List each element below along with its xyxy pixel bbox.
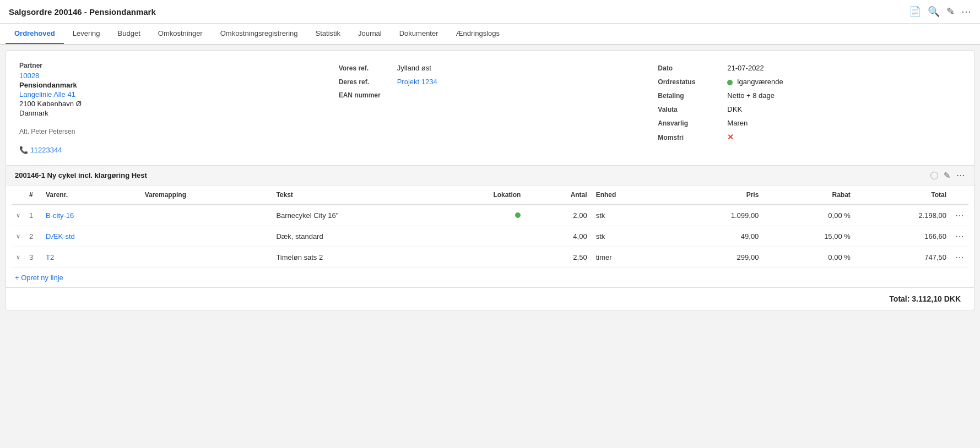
document-icon[interactable]: 📄 <box>909 6 921 18</box>
row-enhed: stk <box>592 205 668 226</box>
row-chevron[interactable]: ∨ <box>12 205 25 226</box>
row-tekst: Timeløn sats 2 <box>272 247 448 268</box>
col-num: # <box>25 185 41 205</box>
betaling-label: Betaling <box>658 92 718 100</box>
row-num: 3 <box>25 247 41 268</box>
ean-row: EAN nummer <box>339 91 642 100</box>
deres-ref-label: Deres ref. <box>339 78 388 86</box>
partner-id[interactable]: 10028 <box>19 72 322 80</box>
valuta-row: Valuta DKK <box>658 105 961 114</box>
row-varenr[interactable]: B-city-16 <box>41 205 140 226</box>
add-line-button[interactable]: + Opret ny linje <box>15 274 63 282</box>
phone-icon: 📞 <box>19 146 28 154</box>
row-enhed: timer <box>592 247 668 268</box>
row-varemapping <box>140 226 272 247</box>
row-varemapping <box>140 247 272 268</box>
partner-address2: 2100 København Ø <box>19 100 322 108</box>
row-tekst: Barnecykel City 16" <box>272 205 448 226</box>
partner-att: Att. Peter Petersen <box>19 128 322 135</box>
sub-section-title: 200146-1 Ny cykel incl. klargøring Hest <box>15 171 147 179</box>
tab-omkostninger[interactable]: Omkostninger <box>149 24 212 44</box>
table-header-row: # Varenr. Varemapping Tekst Lokation Ant… <box>12 185 968 205</box>
status-dot <box>727 80 733 85</box>
betaling-value: Netto + 8 dage <box>727 91 775 100</box>
row-varenr[interactable]: T2 <box>41 247 140 268</box>
more-sub-icon[interactable]: ⋯ <box>956 170 965 181</box>
title-bar-icons: 📄 🔍 ✎ ⋯ <box>909 6 971 18</box>
tab-ordrehoved[interactable]: Ordrehoved <box>6 24 64 44</box>
partner-label: Partner <box>19 62 322 69</box>
col-antal: Antal <box>525 185 591 205</box>
edit-icon[interactable]: ✎ <box>946 6 955 18</box>
row-rabat: 0,00 % <box>763 205 854 226</box>
deres-ref-value[interactable]: Projekt 1234 <box>397 78 437 86</box>
add-line-section: + Opret ny linje <box>6 268 974 287</box>
table-row[interactable]: ∨ 3 T2 Timeløn sats 2 2,50 timer 299,00 … <box>12 247 968 268</box>
col-tekst: Tekst <box>272 185 448 205</box>
dato-row: Dato 21-07-2022 <box>658 64 961 73</box>
row-total: 747,50 <box>855 247 951 268</box>
row-more[interactable]: ⋯ <box>951 226 968 247</box>
row-lokation <box>448 205 525 226</box>
row-total: 166,60 <box>855 226 951 247</box>
valuta-label: Valuta <box>658 106 718 113</box>
tab-levering[interactable]: Levering <box>64 24 109 44</box>
momsfri-row: Momsfri ✕ <box>658 133 961 143</box>
vores-ref-value: Jylland øst <box>397 64 431 72</box>
total-value: Total: 3.112,10 DKK <box>889 294 961 303</box>
row-enhed: stk <box>592 226 668 247</box>
tab-omkostningsregistrering[interactable]: Omkostningsregistrering <box>212 24 307 44</box>
col-pris: Pris <box>667 185 763 205</box>
info-column: Dato 21-07-2022 Ordrestatus Igangværende… <box>658 62 961 154</box>
sub-section-icons: ✎ ⋯ <box>930 170 965 181</box>
lokation-dot <box>515 212 521 218</box>
tab-dokumenter[interactable]: Dokumenter <box>391 24 447 44</box>
row-pris: 49,00 <box>667 226 763 247</box>
dato-label: Dato <box>658 64 718 72</box>
lines-table-container: # Varenr. Varemapping Tekst Lokation Ant… <box>6 185 974 268</box>
row-chevron[interactable]: ∨ <box>12 226 25 247</box>
partner-address3: Danmark <box>19 109 322 117</box>
row-rabat: 15,00 % <box>763 226 854 247</box>
row-more[interactable]: ⋯ <box>951 205 968 226</box>
partner-phone[interactable]: 📞 11223344 <box>19 146 322 154</box>
tab-journal[interactable]: Journal <box>349 24 391 44</box>
main-card: Partner 10028 Pensiondanmark Langelinie … <box>6 50 974 310</box>
row-pris: 299,00 <box>667 247 763 268</box>
ansvarlig-label: Ansvarlig <box>658 119 718 127</box>
tab-aendringslogs[interactable]: Ændringslogs <box>447 24 509 44</box>
momsfri-value: ✕ <box>727 133 734 141</box>
ansvarlig-row: Ansvarlig Maren <box>658 119 961 128</box>
row-antal: 4,00 <box>525 226 591 247</box>
col-rabat: Rabat <box>763 185 854 205</box>
table-row[interactable]: ∨ 2 DÆK-std Dæk, standard 4,00 stk 49,00… <box>12 226 968 247</box>
ordrestatus-value: Igangværende <box>727 78 783 86</box>
col-expand <box>12 185 25 205</box>
more-icon[interactable]: ⋯ <box>961 6 971 18</box>
total-row: Total: 3.112,10 DKK <box>6 287 974 310</box>
title-bar: Salgsordre 200146 - Pensiondanmark 📄 🔍 ✎… <box>0 0 980 24</box>
partner-address1[interactable]: Langelinie Alle 41 <box>19 90 322 99</box>
col-total: Total <box>855 185 951 205</box>
ordrestatus-row: Ordrestatus Igangværende <box>658 78 961 87</box>
deres-ref-row: Deres ref. Projekt 1234 <box>339 78 642 87</box>
partner-block: 10028 Pensiondanmark Langelinie Alle 41 … <box>19 72 322 154</box>
table-row[interactable]: ∨ 1 B-city-16 Barnecykel City 16" 2,00 s… <box>12 205 968 226</box>
row-varemapping <box>140 205 272 226</box>
edit-sub-icon[interactable]: ✎ <box>944 171 951 181</box>
vores-ref-row: Vores ref. Jylland øst <box>339 64 642 73</box>
row-varenr[interactable]: DÆK-std <box>41 226 140 247</box>
row-lokation <box>448 226 525 247</box>
sub-section-header: 200146-1 Ny cykel incl. klargøring Hest … <box>6 165 974 185</box>
valuta-value: DKK <box>727 105 742 113</box>
radio-icon[interactable] <box>930 172 938 179</box>
row-antal: 2,50 <box>525 247 591 268</box>
search-document-icon[interactable]: 🔍 <box>928 6 940 18</box>
form-section: Partner 10028 Pensiondanmark Langelinie … <box>6 51 974 165</box>
tab-budget[interactable]: Budget <box>109 24 149 44</box>
row-more[interactable]: ⋯ <box>951 247 968 268</box>
row-chevron[interactable]: ∨ <box>12 247 25 268</box>
col-enhed: Enhed <box>592 185 668 205</box>
partner-row: Partner 10028 Pensiondanmark Langelinie … <box>19 62 322 154</box>
tab-statistik[interactable]: Statistik <box>307 24 350 44</box>
